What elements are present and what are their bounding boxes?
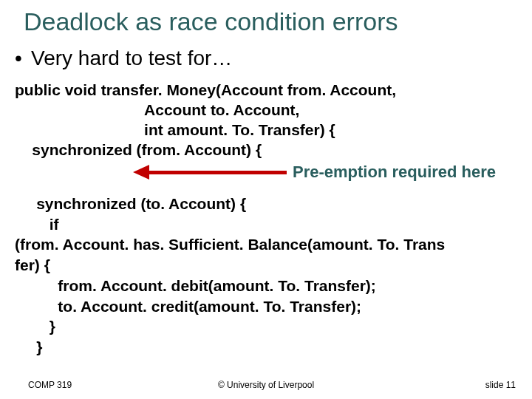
code-block-1: public void transfer. Money(Account from… bbox=[0, 70, 532, 160]
footer-slide-num: 11 bbox=[506, 380, 516, 390]
bullet-line: •Very hard to test for… bbox=[0, 36, 532, 70]
bullet-text: Very hard to test for… bbox=[31, 47, 232, 69]
footer-slide-prefix: slide bbox=[485, 380, 506, 390]
bullet-dot: • bbox=[15, 47, 31, 70]
footer-copyright: © University of Liverpool bbox=[0, 380, 532, 390]
footer-slide-number: slide 11 bbox=[485, 380, 516, 390]
slide: Deadlock as race condition errors •Very … bbox=[0, 0, 532, 399]
arrow-line bbox=[146, 171, 287, 174]
slide-title: Deadlock as race condition errors bbox=[0, 0, 532, 36]
code-block-2: synchronized (to. Account) { if (from. A… bbox=[15, 194, 525, 358]
annotation-text: Pre-emption required here bbox=[293, 163, 496, 182]
annotation-arrow-group: Pre-emption required here bbox=[133, 163, 525, 183]
